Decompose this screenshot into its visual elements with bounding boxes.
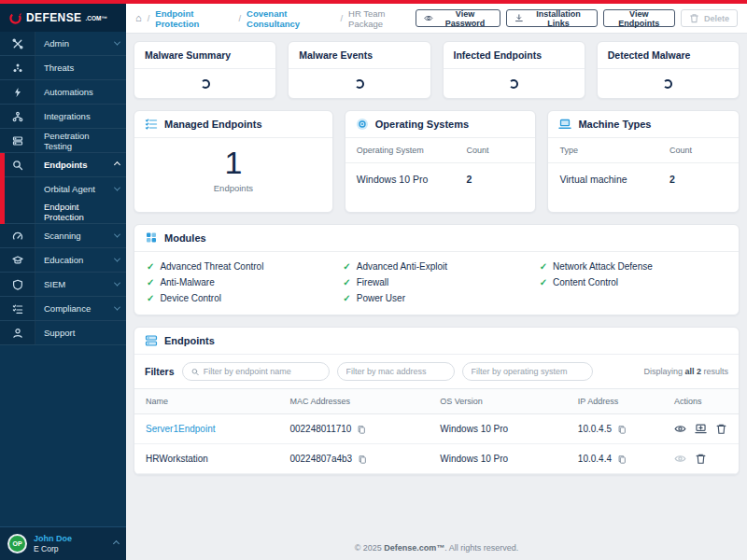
ip-address: 10.0.4.4	[578, 454, 612, 464]
endpoints-card: Endpoints Filters Displaying all 2 resul…	[134, 327, 740, 475]
view-password-button[interactable]: View Password	[416, 9, 500, 27]
module-item: ✓Anti-Malware	[147, 277, 333, 287]
delete-button[interactable]: Delete	[681, 9, 738, 27]
os-version: Windows 10 Pro	[440, 454, 508, 464]
brand-name: DEFENSE	[26, 11, 81, 24]
copy-icon[interactable]	[617, 455, 627, 464]
check-icon: ✓	[343, 293, 350, 303]
shield-icon	[0, 273, 35, 296]
loading-spinner	[355, 79, 364, 89]
copy-icon[interactable]	[617, 425, 627, 434]
endpoints-table: Name MAC Addresses OS Version IP Address…	[134, 388, 739, 474]
threat-icon	[0, 56, 35, 79]
sidebar-item-endpoints[interactable]: Endpoints	[0, 153, 126, 177]
sidebar-item-endpoint-protection[interactable]: Endpoint Protection	[0, 201, 126, 224]
table-row: Server1Endpoint 002248011710 Windows 10 …	[134, 414, 739, 444]
sidebar-item-automations[interactable]: Automations	[0, 80, 126, 105]
delete-endpoint-icon[interactable]	[695, 453, 707, 465]
sidebar-item-siem[interactable]: SIEM	[0, 273, 126, 297]
results-count: Displaying all 2 results	[643, 367, 728, 376]
breadcrumb: ⌂ / Endpoint Protection / Covenant Consu…	[135, 8, 416, 29]
malware-summary-card: Malware Summary	[134, 41, 276, 99]
home-icon[interactable]: ⌂	[135, 13, 142, 23]
ip-address: 10.0.4.5	[578, 424, 612, 434]
os-version: Windows 10 Pro	[440, 424, 508, 434]
topbar: ⌂ / Endpoint Protection / Covenant Consu…	[126, 4, 747, 34]
card-title: Operating Systems	[375, 119, 469, 130]
target-icon	[356, 118, 369, 131]
column-header-name: Name	[134, 389, 278, 414]
chevron-down-icon	[114, 280, 120, 287]
brand-logo[interactable]: DEFENSE .COM™	[0, 4, 126, 32]
breadcrumb-endpoint-protection[interactable]: Endpoint Protection	[155, 8, 233, 29]
card-title: Managed Endpoints	[164, 119, 262, 130]
card-title: Machine Types	[578, 119, 651, 130]
check-icon: ✓	[147, 277, 154, 287]
endpoint-count: 1	[134, 146, 332, 180]
chevron-down-icon	[114, 39, 120, 46]
endpoint-name-filter-input[interactable]	[204, 367, 320, 376]
sidebar-item-threats[interactable]: Threats	[0, 56, 126, 80]
view-endpoint-icon[interactable]	[674, 453, 686, 465]
sidebar-item-orbital-agent[interactable]: Orbital Agent	[0, 177, 126, 201]
operating-system-filter-input[interactable]	[472, 367, 584, 376]
module-item: ✓Power User	[343, 293, 529, 303]
breadcrumb-covenant-consultancy[interactable]: Covenant Consultancy	[247, 8, 334, 29]
sidebar-nav: Admin Threats Automations Integrations P…	[0, 32, 126, 345]
column-header-os: OS Version	[429, 389, 567, 414]
mac-address-filter-input[interactable]	[346, 367, 445, 376]
module-item: ✓Device Control	[147, 293, 333, 303]
chevron-down-icon	[114, 256, 120, 262]
mac-address-filter[interactable]	[337, 362, 455, 381]
card-title: Detected Malware	[598, 42, 739, 69]
sitemap-icon	[0, 105, 35, 128]
eye-icon	[424, 13, 433, 23]
copy-icon[interactable]	[357, 425, 366, 434]
check-icon: ✓	[540, 277, 547, 287]
top-accent-bar	[0, 0, 747, 4]
filters-label: Filters	[145, 366, 175, 377]
installation-links-button[interactable]: Installation Links	[506, 9, 598, 27]
copy-icon[interactable]	[358, 455, 367, 464]
sidebar-item-education[interactable]: Education	[0, 248, 126, 273]
chevron-down-icon	[114, 231, 120, 238]
check-icon: ✓	[147, 293, 154, 303]
view-endpoints-button[interactable]: View Endpoints	[603, 9, 675, 27]
card-title: Malware Summary	[134, 42, 275, 69]
endpoint-name-link[interactable]: Server1Endpoint	[146, 424, 216, 434]
card-title: Modules	[164, 232, 206, 244]
column-header: Count	[669, 146, 727, 155]
user-menu[interactable]: OP John Doe E Corp	[0, 526, 126, 560]
user-org: E Corp	[34, 544, 107, 554]
trash-icon	[689, 13, 699, 23]
bolt-icon	[0, 80, 35, 104]
module-item: ✓Advanced Threat Control	[147, 261, 333, 272]
endpoint-name: HRWorkstation	[146, 454, 208, 464]
module-item: ✓Advanced Anti-Exploit	[343, 261, 529, 272]
main-content: Malware Summary Malware Events Infected …	[126, 34, 747, 560]
os-row: Windows 10 Pro 2	[345, 163, 536, 192]
card-title: Endpoints	[164, 335, 215, 346]
avatar: OP	[7, 534, 27, 553]
view-endpoint-icon[interactable]	[674, 423, 686, 435]
laptop-plus-icon[interactable]	[695, 423, 707, 435]
loading-spinner	[509, 79, 518, 89]
search-icon	[191, 368, 199, 376]
sidebar-item-penetration-testing[interactable]: Penetration Testing	[0, 129, 126, 153]
person-icon	[0, 321, 35, 344]
modules-card: Modules ✓Advanced Threat Control ✓Anti-M…	[134, 224, 740, 315]
operating-system-filter[interactable]	[462, 362, 593, 381]
endpoint-count-label: Endpoints	[134, 183, 332, 193]
check-icon: ✓	[343, 277, 350, 287]
sidebar-item-scanning[interactable]: Scanning	[0, 224, 126, 248]
server-icon	[0, 129, 35, 152]
delete-endpoint-icon[interactable]	[715, 423, 727, 435]
module-item: ✓Firewall	[343, 277, 529, 287]
chevron-up-icon	[113, 540, 120, 547]
sidebar-item-admin[interactable]: Admin	[0, 32, 126, 56]
sidebar-item-support[interactable]: Support	[0, 321, 126, 345]
chevron-down-icon	[114, 304, 120, 311]
sidebar-item-compliance[interactable]: Compliance	[0, 297, 126, 321]
endpoint-name-filter[interactable]	[182, 362, 330, 381]
sidebar-item-integrations[interactable]: Integrations	[0, 105, 126, 129]
